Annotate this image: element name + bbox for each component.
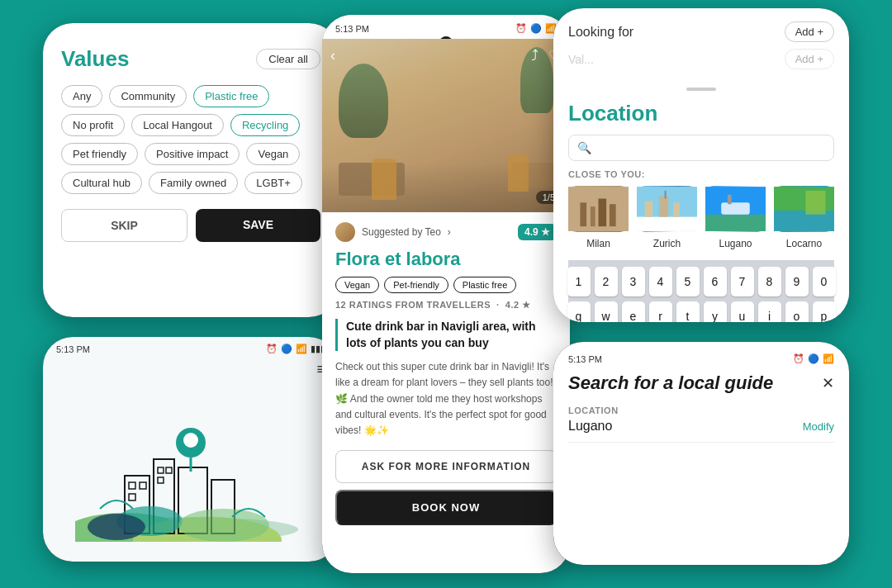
city-milan[interactable]: Milan [568, 186, 629, 250]
tag-no-profit[interactable]: No profit [61, 114, 125, 136]
status-icons: ⏰🔵📶▮▮▮ [266, 344, 325, 354]
key-t[interactable]: t [676, 301, 700, 322]
tag-cultural-hub[interactable]: Cultural hub [61, 172, 142, 194]
ratings-count: 12 RATINGS FROM TRAVELLERS [335, 300, 491, 310]
city-lugano[interactable]: Lugano [705, 186, 766, 250]
place-tag-pet-friendly[interactable]: Pet-friendly [384, 277, 448, 293]
key-p[interactable]: p [813, 301, 836, 322]
place-tags: Vegan Pet-friendly Plastic free [335, 277, 557, 293]
avatar [335, 222, 355, 242]
svg-rect-22 [599, 199, 607, 227]
key-e[interactable]: e [622, 301, 645, 322]
tag-family-owned[interactable]: Family owned [149, 172, 238, 194]
key-q[interactable]: q [567, 301, 591, 322]
city-zurich[interactable]: Zurich [637, 186, 697, 250]
key-4[interactable]: 4 [649, 267, 672, 296]
rating-badge: 4.9 ★ [518, 224, 557, 240]
suggested-row: Suggested by Teo › 4.9 ★ [335, 222, 557, 242]
keyboard-row-qwerty: q w e r t y u i o p [572, 301, 831, 322]
tag-vegan[interactable]: Vegan [246, 143, 300, 165]
city-illustration [75, 393, 306, 542]
key-6[interactable]: 6 [704, 267, 727, 296]
city-locarno-name: Locarno [786, 238, 822, 249]
key-r[interactable]: r [649, 301, 672, 322]
svg-point-14 [183, 433, 198, 448]
location-field-value: Lugano [568, 419, 612, 434]
book-now-button[interactable]: BOOK NOW [335, 490, 557, 525]
key-8[interactable]: 8 [758, 267, 781, 296]
suggested-by-text: Suggested by Teo [362, 226, 441, 238]
location-search-input[interactable] [596, 141, 825, 154]
add-label: Add + [795, 26, 823, 38]
location-field-row: Lugano Modify [568, 419, 834, 443]
place-tag-vegan[interactable]: Vegan [335, 277, 379, 293]
add-button[interactable]: Add + [785, 21, 834, 42]
ask-info-button[interactable]: ASK FOR MORE INFORMATION [335, 450, 557, 483]
tag-pet-friendly[interactable]: Pet friendly [61, 143, 138, 165]
key-9[interactable]: 9 [785, 267, 809, 296]
svg-rect-9 [129, 494, 135, 500]
clear-all-button[interactable]: Clear all [256, 49, 320, 69]
tag-recycling[interactable]: Recycling [230, 114, 300, 136]
search-guide-phone: 5:13 PM ⏰🔵📶 Search for a local guide ✕ L… [553, 342, 849, 565]
back-button[interactable]: ‹ [330, 47, 335, 64]
svg-rect-26 [645, 201, 653, 216]
sheet-handle [686, 88, 716, 91]
location-search-bar[interactable]: 🔍 [568, 135, 834, 161]
illustration-area [43, 385, 339, 550]
svg-rect-27 [659, 197, 669, 217]
svg-rect-32 [721, 202, 750, 214]
search-guide-title: Search for a local guide [568, 372, 773, 394]
svg-rect-33 [728, 195, 732, 205]
key-5[interactable]: 5 [676, 267, 700, 296]
key-i[interactable]: i [758, 301, 781, 322]
key-w[interactable]: w [595, 301, 618, 322]
city-milan-name: Milan [586, 238, 610, 249]
svg-rect-10 [158, 467, 164, 473]
close-to-you-label: CLOSE TO YOU: [568, 169, 834, 179]
place-description: Check out this super cute drink bar in N… [335, 359, 557, 439]
skip-button[interactable]: SKIP [61, 209, 187, 242]
city-zurich-name: Zurich [653, 238, 681, 249]
close-button[interactable]: ✕ [822, 374, 834, 392]
key-3[interactable]: 3 [622, 267, 645, 296]
city-lugano-name: Lugano [719, 238, 752, 249]
detail-status-bar: 5:13 PM ⏰🔵📶 [322, 15, 570, 39]
ratings-row: 12 RATINGS FROM TRAVELLERS · 4.2 ★ [335, 300, 557, 311]
svg-rect-25 [637, 217, 697, 231]
key-y[interactable]: y [704, 301, 727, 322]
tag-positive-impact[interactable]: Positive impact [145, 143, 240, 165]
location-field-label: LOCATION [568, 405, 834, 415]
add-button-2[interactable]: Add + [785, 49, 834, 69]
key-0[interactable]: 0 [813, 267, 836, 296]
search-status-bar: 5:13 PM ⏰🔵📶 [568, 353, 834, 364]
city-locarno-image [774, 186, 834, 232]
key-u[interactable]: u [731, 301, 754, 322]
key-1[interactable]: 1 [567, 267, 591, 296]
key-o[interactable]: o [785, 301, 809, 322]
location-sheet: Location 🔍 CLOSE TO YOU: Milan Zurich [553, 76, 849, 322]
tag-any[interactable]: Any [61, 85, 102, 107]
search-status-icons: ⏰🔵📶 [793, 353, 834, 364]
tag-lgbt[interactable]: LGBT+ [244, 172, 302, 194]
chevron-right-icon: › [448, 226, 451, 238]
place-tag-plastic-free[interactable]: Plastic free [453, 277, 516, 293]
looking-for-label: Looking for [568, 25, 633, 40]
status-bar: 5:13 PM ⏰🔵📶▮▮▮ [43, 337, 339, 358]
rating-score: 4.2 ★ [505, 300, 531, 310]
save-button[interactable]: SAVE [196, 209, 320, 242]
tag-local-hangout[interactable]: Local Hangout [131, 114, 224, 136]
share-button[interactable]: ⤴ [531, 47, 539, 65]
tag-community[interactable]: Community [109, 85, 187, 107]
svg-rect-20 [580, 202, 586, 226]
key-7[interactable]: 7 [731, 267, 754, 296]
modify-button[interactable]: Modify [803, 420, 834, 433]
tag-plastic-free[interactable]: Plastic free [193, 85, 269, 107]
city-locarno[interactable]: Locarno [774, 186, 834, 250]
hamburger-menu[interactable]: ≡ [43, 358, 339, 385]
key-2[interactable]: 2 [595, 267, 618, 296]
svg-rect-28 [673, 202, 680, 216]
values-phone: Values Clear all Any Community Plastic f… [43, 23, 339, 317]
svg-rect-11 [166, 467, 172, 473]
search-icon: 🔍 [577, 141, 591, 154]
